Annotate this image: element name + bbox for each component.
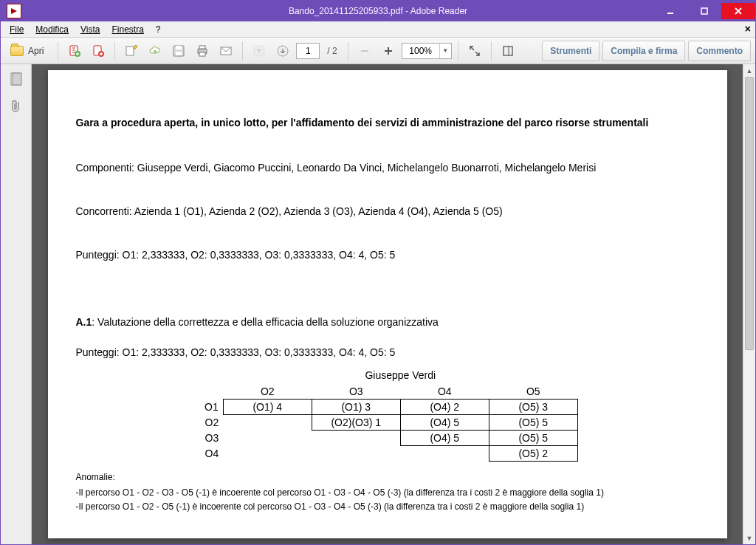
menubar: File Modifica Vista Finestra ? × [1, 21, 755, 38]
doc-punteggi-2: Punteggi: O1: 2,333333, O2: 0,3333333, O… [76, 345, 699, 360]
table-row: O3 (O4) 5 (O5) 5 [196, 430, 577, 445]
svg-rect-12 [199, 52, 205, 56]
zoom-select[interactable]: ▼ [402, 43, 452, 59]
fill-sign-panel-button[interactable]: Compila e firma [602, 41, 685, 61]
menu-window[interactable]: Finestra [106, 23, 150, 36]
pdf-page: Gara a procedura aperta, in unico lotto,… [48, 70, 727, 538]
separator [242, 41, 243, 61]
cloud-button[interactable] [145, 41, 165, 61]
col-head: O3 [312, 383, 400, 399]
svg-rect-19 [504, 47, 512, 55]
zoom-dropdown[interactable]: ▼ [439, 44, 451, 58]
scroll-up-button[interactable]: ▲ [743, 64, 755, 77]
comparison-table: Giuseppe Verdi O2 O3 O4 O5 O1 (O1) 4 (O1… [196, 368, 578, 462]
prev-page-button[interactable] [249, 41, 269, 61]
window-title: Bando_20141125205933.pdf - Adobe Reader [289, 6, 467, 16]
arrow-down-icon [276, 44, 289, 58]
tools-panel-button[interactable]: Strumenti [542, 41, 599, 61]
doc-section: A.1: Valutazione della correttezza e del… [76, 315, 699, 330]
scroll-track[interactable] [743, 77, 755, 532]
svg-rect-1 [701, 8, 707, 14]
col-head: O2 [223, 383, 312, 399]
attachments-button[interactable] [8, 98, 24, 114]
table-row: O2 (O2)(O3) 1 (O4) 5 (O5) 5 [196, 414, 577, 430]
separator [58, 41, 58, 61]
svg-rect-9 [176, 52, 182, 55]
minus-icon [358, 44, 371, 58]
doc-heading: Gara a procedura aperta, in unico lotto,… [76, 114, 699, 131]
menu-file[interactable]: File [4, 23, 30, 36]
doc-punteggi-1: Punteggi: O1: 2,333333, O2: 0,3333333, O… [76, 247, 699, 263]
panel-buttons: Strumenti Compila e firma Commento [542, 41, 751, 61]
close-document-button[interactable]: × [745, 23, 751, 35]
doc-componenti: Componenti: Giuseppe Verdi, Giacomo Pucc… [76, 160, 699, 176]
section-text: : Valutazione della correttezza e della … [92, 316, 439, 328]
fit-screen-button[interactable] [464, 41, 485, 61]
envelope-icon [219, 44, 233, 58]
section-code: A.1 [76, 316, 92, 328]
edit-button[interactable] [121, 41, 142, 61]
print-button[interactable] [192, 41, 213, 61]
open-label: Apri [28, 46, 44, 56]
table-row: O1 (O1) 4 (O1) 3 (O4) 2 (O5) 3 [196, 399, 577, 414]
separator [114, 41, 115, 61]
thumbnails-button[interactable] [8, 72, 24, 88]
save-icon [172, 44, 185, 58]
arrow-up-icon [252, 44, 266, 58]
expand-icon [468, 44, 481, 58]
maximize-button[interactable] [687, 3, 721, 19]
zoom-input[interactable] [402, 46, 439, 56]
svg-rect-11 [199, 46, 205, 49]
zoom-out-button[interactable] [354, 41, 375, 61]
page-number-input[interactable] [296, 43, 320, 59]
close-button[interactable] [721, 3, 755, 19]
content-area: Gara a procedura aperta, in unico lotto,… [1, 64, 755, 544]
cloud-icon [148, 44, 162, 58]
separator [491, 41, 492, 61]
minimize-button[interactable] [653, 3, 687, 19]
create-pdf-button[interactable] [88, 41, 109, 61]
export-pdf-button[interactable] [64, 41, 85, 61]
svg-rect-16 [361, 50, 368, 52]
col-head: O4 [400, 383, 489, 399]
app-window: Bando_20141125205933.pdf - Adobe Reader … [0, 0, 756, 545]
vertical-scrollbar[interactable]: ▲ ▼ [743, 64, 755, 544]
anomalie-line: -Il percorso O1 - O2 - O5 (-1) è incoere… [76, 500, 699, 514]
svg-rect-0 [667, 13, 673, 14]
open-button[interactable]: Apri [5, 41, 52, 61]
scroll-down-button[interactable]: ▼ [743, 532, 755, 544]
create-icon [92, 44, 105, 58]
export-icon [68, 44, 81, 58]
menu-help[interactable]: ? [150, 23, 167, 36]
pencil-icon [125, 44, 138, 58]
separator [458, 41, 458, 61]
separator [348, 41, 348, 61]
zoom-in-button[interactable] [378, 41, 399, 61]
save-button[interactable] [168, 41, 189, 61]
table-name: Giuseppe Verdi [223, 368, 577, 383]
svg-rect-18 [388, 47, 389, 55]
next-page-button[interactable] [272, 41, 293, 61]
titlebar: Bando_20141125205933.pdf - Adobe Reader [1, 1, 755, 21]
read-mode-button[interactable] [498, 41, 518, 61]
comment-panel-button[interactable]: Commento [688, 41, 751, 61]
col-head: O5 [489, 383, 577, 399]
printer-icon [196, 44, 209, 58]
table-row: O4 (O5) 2 [196, 445, 577, 461]
menu-edit[interactable]: Modifica [30, 23, 75, 36]
window-controls [653, 3, 755, 19]
page-total-label: / 2 [323, 46, 341, 56]
menu-view[interactable]: Vista [75, 23, 106, 36]
scroll-thumb[interactable] [745, 77, 754, 350]
folder-icon [10, 46, 24, 56]
svg-rect-21 [13, 73, 21, 85]
anomalie-line: -Il percorso O1 - O2 - O3 - O5 (-1) è in… [76, 486, 699, 500]
doc-concorrenti: Concorrenti: Azienda 1 (O1), Azienda 2 (… [76, 204, 699, 219]
svg-rect-8 [176, 46, 182, 49]
anomalie-label: Anomalie: [76, 470, 699, 484]
document-viewport[interactable]: Gara a procedura aperta, in unico lotto,… [32, 64, 743, 544]
read-icon [501, 44, 515, 58]
toolbar: Apri / 2 ▼ Strumenti Compila e firma [1, 38, 755, 64]
plus-icon [382, 44, 395, 58]
email-button[interactable] [216, 41, 236, 61]
